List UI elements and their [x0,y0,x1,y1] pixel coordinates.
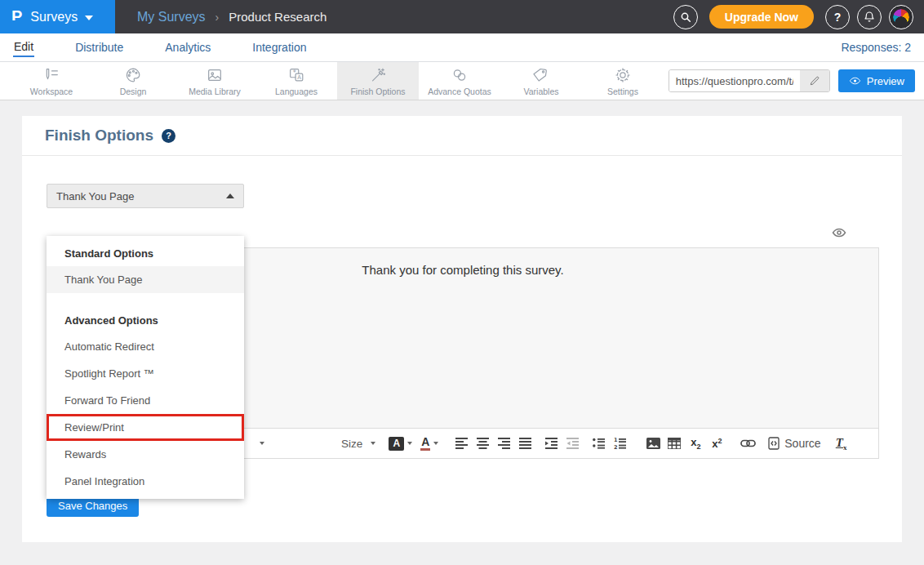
numbered-list-button[interactable]: 12 [610,433,631,454]
account-logo-icon [893,9,909,25]
help-tooltip-icon[interactable]: ? [162,129,175,143]
dropdown-item-automatic-redirect[interactable]: Automatic Redirect [47,333,244,360]
source-icon [768,437,780,450]
remove-format-icon: Tx [836,436,847,452]
product-name: Surveys [30,10,78,24]
background-color-icon: A [389,437,404,451]
link-button[interactable] [737,433,758,454]
ribbon-item-design[interactable]: Design [92,62,174,100]
ribbon-item-media-library[interactable]: Media Library [174,62,255,100]
svg-text:A: A [297,73,301,80]
finish-options-panel: Finish Options ? Thank You Page Thank yo… [22,116,902,542]
insert-image-icon [646,438,660,449]
indent-button[interactable] [541,433,562,454]
indent-icon [545,438,558,449]
align-right-icon [498,438,511,449]
ribbon-item-workspace[interactable]: Workspace [11,62,92,100]
dropdown-group-header: Standard Options [47,236,244,266]
edit-url-button[interactable] [800,70,829,91]
bell-icon [863,11,876,24]
ribbon-right: Preview [669,62,924,100]
font-size-dropdown[interactable]: Size [341,438,375,450]
tab-edit[interactable]: Edit [13,38,34,57]
design-palette-icon [124,66,142,84]
dropdown-item-forward-to-friend[interactable]: Forward To Friend [47,387,244,414]
align-left-button[interactable] [451,433,473,454]
dropdown-item-rewards[interactable]: Rewards [47,441,244,468]
ribbon-item-advance-quotas[interactable]: Advance Quotas [419,62,500,100]
ribbon-item-finish-options[interactable]: Finish Options [337,62,419,100]
remove-format-button[interactable]: Tx [831,433,852,454]
align-justify-button[interactable] [515,433,536,454]
outdent-button[interactable] [562,433,584,454]
questionpro-logo-icon: P [11,7,22,26]
preview-eye-icon[interactable] [832,227,846,238]
align-center-icon [477,438,490,449]
survey-url-input[interactable] [669,70,800,91]
search-icon [679,11,692,24]
gear-icon [614,66,632,84]
bullet-list-icon [593,438,606,449]
background-color-button[interactable]: A [389,433,412,454]
outdent-icon [566,438,580,449]
caret-down-icon [371,442,375,445]
dropdown-group-header: Advanced Options [47,303,244,333]
page-title: Finish Options [45,127,153,145]
ribbon-label: Design [120,87,147,96]
panel-header: Finish Options ? [22,116,902,156]
align-left-icon [455,438,469,449]
dropdown-item-thank-you-page[interactable]: Thank You Page [47,266,244,293]
languages-icon: *A [287,66,305,84]
breadcrumb-current: Product Research [229,10,327,24]
responses-count[interactable]: Responses: 2 [841,41,911,54]
superscript-button[interactable]: x2 [706,433,727,454]
help-button[interactable]: ? [825,5,850,29]
insert-table-button[interactable] [664,433,685,454]
link-icon [740,439,756,447]
survey-tabs: Edit Distribute Analytics Integration Re… [0,33,924,62]
dropdown-group-gap [47,293,244,303]
source-button[interactable]: Source [768,433,820,454]
subscript-button[interactable]: x2 [685,433,706,454]
finish-option-dropdown: Standard Options Thank You Page Advanced… [47,236,244,499]
ribbon-label: Variables [524,87,559,96]
caret-down-icon [260,442,264,445]
avatar[interactable] [889,5,913,29]
pencil-icon [809,75,820,87]
font-dropdown-caret[interactable] [251,433,273,454]
finish-option-select[interactable]: Thank You Page [47,184,244,208]
tag-icon [532,66,550,84]
tab-integration[interactable]: Integration [251,38,307,56]
text-color-button[interactable]: A [419,433,440,454]
workspace-icon [42,66,60,84]
align-justify-icon [519,438,532,449]
insert-image-button[interactable] [642,433,664,454]
dropdown-item-spotlight-report[interactable]: Spotlight Report ™ [47,360,244,387]
svg-text:1: 1 [614,438,618,443]
ribbon-item-variables[interactable]: Variables [500,62,582,100]
tab-distribute[interactable]: Distribute [74,38,124,56]
upgrade-now-button[interactable]: Upgrade Now [709,5,814,29]
preview-button[interactable]: Preview [838,69,915,92]
eye-icon [849,76,861,86]
breadcrumb-my-surveys[interactable]: My Surveys [137,10,206,24]
surveys-product-menu[interactable]: P Surveys [0,0,115,33]
notifications-button[interactable] [857,5,882,29]
tab-analytics[interactable]: Analytics [164,38,211,56]
dropdown-item-review-print[interactable]: Review/Print [47,414,244,441]
bullet-list-button[interactable] [589,433,610,454]
chain-links-icon [451,66,469,84]
ribbon-item-languages[interactable]: *A Languages [255,62,337,100]
ribbon-item-settings[interactable]: Settings [582,62,664,100]
svg-text:2: 2 [614,444,618,450]
top-bar: P Surveys My Surveys › Product Research … [0,0,924,33]
align-right-button[interactable] [494,433,515,454]
selected-option-label: Thank You Page [56,190,134,202]
dropdown-item-panel-integration[interactable]: Panel Integration [47,468,244,495]
ribbon-label: Media Library [189,87,241,96]
chevron-up-icon [226,194,234,198]
survey-url-field [669,69,830,92]
ribbon-label: Advance Quotas [428,87,491,96]
search-button[interactable] [673,5,698,29]
align-center-button[interactable] [473,433,494,454]
